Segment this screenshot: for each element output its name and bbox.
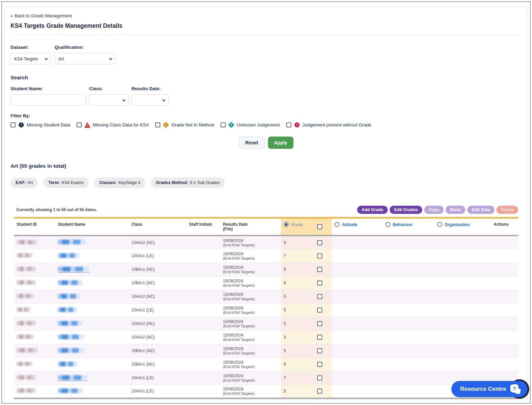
- attitude-cell: [332, 358, 383, 371]
- row-checkbox[interactable]: [317, 281, 322, 286]
- apply-button[interactable]: Apply: [268, 137, 293, 149]
- student-class: 10AAr1 (LE): [131, 254, 154, 258]
- judgement-radio-attitude[interactable]: [334, 222, 340, 227]
- filter-option[interactable]: ! Missing Student Data: [11, 122, 70, 128]
- filter-option[interactable]: ? Unknown Judgement: [221, 122, 280, 128]
- reset-button[interactable]: Reset: [239, 137, 264, 149]
- judgement-radio-behaviour[interactable]: [385, 222, 390, 227]
- filter-option[interactable]: ! Missing Class Data for KS4: [77, 122, 148, 128]
- filter-option[interactable]: ! Grade Not In Method: [155, 122, 214, 128]
- grade-value: 4: [284, 240, 286, 245]
- move-button[interactable]: Move: [446, 206, 465, 214]
- class-cell: 10AAr1 (LE): [129, 371, 186, 385]
- student-name-link[interactable]: [58, 280, 82, 285]
- filter-by-label: Filter By:: [11, 113, 521, 118]
- student-name-link[interactable]: [58, 335, 84, 339]
- student-name-link[interactable]: [58, 348, 84, 353]
- row-checkbox[interactable]: [317, 376, 322, 381]
- grade-value: 5: [284, 294, 286, 299]
- results-date: 15/08/2024: [223, 292, 278, 297]
- table-row: 10BAr1 (NC) 15/08/2024 (End KS4 Targets)…: [14, 276, 518, 290]
- student-name-link[interactable]: [58, 388, 82, 393]
- page-title: KS4 Targets Grade Management Details: [11, 22, 521, 29]
- student-name-cell: [55, 371, 129, 385]
- student-name-link[interactable]: [58, 253, 79, 258]
- grade-value: 7: [284, 254, 286, 258]
- filter-option[interactable]: ! Judgement present without Grade: [286, 122, 371, 128]
- actions-cell: [484, 290, 518, 303]
- results-date-select[interactable]: [131, 94, 169, 106]
- row-checkbox[interactable]: [317, 308, 322, 313]
- table-row: 10AAr1 (LE) 15/08/2024 (End KS4 Targets)…: [14, 303, 518, 317]
- copy-button[interactable]: Copy: [424, 206, 444, 214]
- judgement-label-grade[interactable]: Grade: [291, 222, 303, 227]
- classes-pill: Classes:KeyStage 4: [94, 177, 145, 188]
- results-date: 15/08/2024: [223, 238, 278, 243]
- class-select[interactable]: [89, 94, 129, 106]
- student-name-link[interactable]: [58, 375, 87, 381]
- add-grade-button[interactable]: Add Grade: [357, 206, 388, 214]
- student-name-input[interactable]: [11, 94, 86, 106]
- judgement-label-attitude[interactable]: Attitude: [342, 222, 357, 227]
- row-checkbox[interactable]: [317, 267, 322, 272]
- student-id-redacted: [17, 321, 36, 325]
- judgement-label-behaviour[interactable]: Behaviour: [393, 222, 413, 227]
- student-class: 10AAr1 (LE): [131, 376, 154, 380]
- results-date: 15/08/2024: [223, 333, 278, 338]
- row-checkbox[interactable]: [317, 254, 322, 259]
- actions-cell: [484, 276, 518, 290]
- student-id-cell: [14, 236, 55, 249]
- student-name-link[interactable]: [58, 307, 77, 312]
- judgement-radio-organisation[interactable]: [437, 222, 442, 227]
- filter-checkbox-unknown-judgement[interactable]: [221, 122, 226, 127]
- staff-initials-cell: [186, 317, 220, 330]
- grade-cell: 6: [281, 263, 332, 276]
- staff-initials-cell: [186, 344, 220, 358]
- row-checkbox[interactable]: [317, 321, 322, 326]
- resource-centre-button[interactable]: Resource Centre ?: [451, 381, 527, 397]
- attitude-cell: [332, 290, 383, 303]
- student-name-redacted: [58, 348, 84, 353]
- dataset-select[interactable]: KS4 Targets: [11, 53, 51, 64]
- student-name-link[interactable]: [58, 362, 77, 366]
- judgement-label-organisation[interactable]: Organisation: [445, 222, 470, 227]
- edit-date-button[interactable]: Edit Date: [467, 206, 494, 214]
- row-checkbox[interactable]: [317, 389, 322, 394]
- attitude-cell: [332, 385, 383, 398]
- behaviour-cell: [383, 249, 434, 263]
- staff-initials-cell: [186, 236, 220, 249]
- results-date-cell: 15/08/2024 (End KS4 Targets): [220, 290, 281, 303]
- staff-initials-cell: [186, 290, 220, 303]
- student-name-link[interactable]: [58, 240, 86, 244]
- filter-checkbox-missing-class-data[interactable]: [77, 122, 82, 127]
- showing-count-text: Currently showing 1 to 55 out of 55 item…: [16, 207, 97, 212]
- student-name-link[interactable]: [58, 267, 89, 272]
- grade-value: 6: [284, 267, 286, 272]
- grade-value: 7: [284, 376, 286, 380]
- row-checkbox[interactable]: [317, 294, 322, 299]
- judgement-radio-grade[interactable]: [284, 222, 289, 227]
- student-name-link[interactable]: [58, 294, 80, 299]
- grade-value: 6: [284, 362, 286, 367]
- student-name-redacted: [58, 307, 77, 312]
- staff-initials-cell: [186, 276, 220, 290]
- row-checkbox[interactable]: [317, 348, 322, 353]
- select-all-checkbox[interactable]: [317, 224, 322, 229]
- results-date-cell: 15/08/2024 (End KS4 Targets): [220, 263, 281, 276]
- student-name-cell: [55, 317, 129, 330]
- back-link[interactable]: ◂ Back to Grade Management: [11, 13, 72, 18]
- student-id-redacted: [17, 267, 36, 271]
- filter-option-label: Grade Not In Method: [171, 122, 214, 127]
- filter-checkbox-grade-not-in-method[interactable]: [155, 122, 160, 127]
- delete-button[interactable]: Delete: [496, 206, 518, 214]
- student-name-link[interactable]: [58, 321, 82, 326]
- class-cell: 10AAr2 (NC): [129, 290, 186, 303]
- row-checkbox[interactable]: [317, 240, 322, 245]
- edit-grades-button[interactable]: Edit Grades: [390, 206, 422, 214]
- filter-checkbox-judgement-without-grade[interactable]: [286, 122, 291, 127]
- row-checkbox[interactable]: [317, 335, 322, 340]
- row-checkbox[interactable]: [317, 362, 322, 367]
- filter-checkbox-missing-student-data[interactable]: [11, 122, 16, 127]
- qualification-select[interactable]: Art: [55, 53, 116, 64]
- table-row: 10AAr2 (NC) 15/08/2024 (End KS4 Targets)…: [14, 330, 518, 344]
